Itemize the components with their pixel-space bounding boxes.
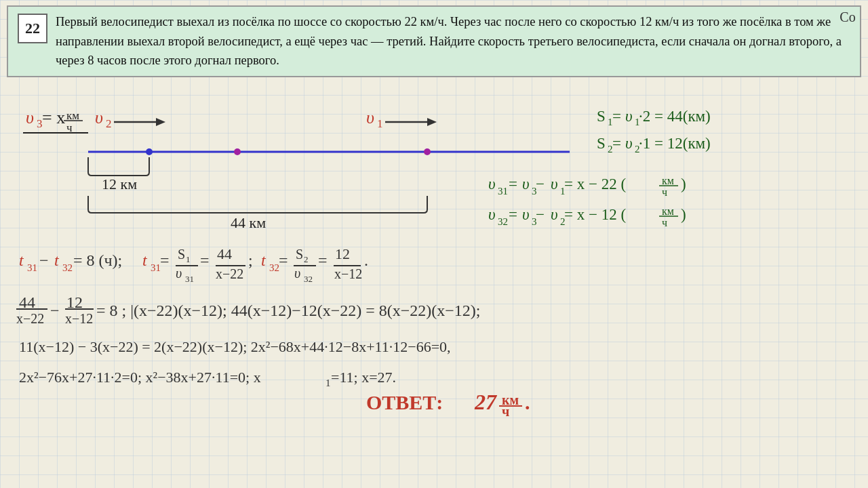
svg-text:12 км: 12 км [102, 176, 137, 192]
svg-text:t: t [54, 251, 60, 269]
svg-text:2: 2 [106, 117, 112, 130]
svg-text:=: = [509, 176, 517, 192]
svg-point-30 [424, 148, 431, 155]
svg-text:x−12: x−12 [65, 311, 93, 326]
svg-text:x−12: x−12 [334, 266, 362, 281]
svg-text:44: 44 [217, 245, 232, 262]
svg-text:=11;  x=27.: =11; x=27. [331, 369, 396, 386]
svg-text:32: 32 [498, 216, 508, 227]
svg-text:υ: υ [95, 108, 103, 127]
svg-text:= x − 12 (: = x − 12 ( [564, 206, 626, 223]
svg-text:υ: υ [294, 266, 300, 281]
svg-text:S: S [178, 247, 185, 262]
svg-text:32: 32 [269, 262, 279, 273]
solution-area: υ 3 = x км ч υ 2 υ 1 [0, 81, 868, 419]
svg-point-28 [146, 148, 153, 155]
svg-text:t: t [142, 251, 148, 269]
svg-text:=: = [200, 251, 210, 269]
svg-text:.: . [525, 391, 530, 413]
svg-text:31: 31 [151, 262, 161, 273]
svg-text:υ: υ [625, 135, 633, 152]
svg-text:= x − 22 (: = x − 22 ( [564, 176, 626, 192]
svg-text:;: ; [248, 251, 253, 269]
svg-text:=: = [318, 251, 328, 269]
svg-marker-14 [427, 118, 437, 126]
svg-text:υ: υ [551, 206, 558, 223]
svg-text:км: км [662, 205, 674, 217]
content-area: 22 Первый велосипедист выехал из посёлка… [0, 0, 868, 488]
svg-text:=: = [509, 206, 517, 223]
svg-point-29 [234, 148, 241, 155]
svg-text:·2 = 44(км): ·2 = 44(км) [639, 108, 711, 125]
svg-text:11(x−12) − 3(x−22) = 2(x−22)(x: 11(x−12) − 3(x−22) = 2(x−22)(x−12); 2x²−… [19, 338, 451, 355]
svg-text:ч: ч [662, 217, 667, 228]
svg-text:−: − [39, 251, 49, 269]
svg-text:31: 31 [185, 274, 194, 284]
svg-text:ч: ч [502, 404, 509, 416]
svg-text:12: 12 [335, 245, 350, 262]
svg-text:31: 31 [498, 186, 508, 197]
svg-text:υ: υ [625, 108, 633, 125]
svg-text:υ: υ [26, 108, 34, 127]
svg-text:υ: υ [488, 206, 496, 223]
svg-text:S: S [296, 247, 303, 262]
svg-text:·1 = 12(км): ·1 = 12(км) [639, 135, 711, 152]
svg-text:32: 32 [62, 262, 73, 273]
svg-text:31: 31 [27, 262, 37, 273]
svg-text:1: 1 [377, 117, 383, 130]
svg-text:32: 32 [304, 274, 313, 284]
co-label: Co [840, 9, 855, 25]
svg-text:ч: ч [662, 186, 667, 198]
svg-text:44 км: 44 км [231, 214, 266, 231]
svg-text:x−22: x−22 [16, 311, 44, 326]
svg-text:): ) [681, 176, 686, 192]
svg-text:=: = [160, 251, 170, 269]
svg-text:S: S [597, 135, 606, 152]
svg-text:2: 2 [304, 254, 309, 264]
svg-text:υ: υ [366, 108, 374, 127]
svg-text:υ: υ [176, 266, 182, 281]
svg-text:x−22: x−22 [216, 266, 243, 281]
svg-text:1: 1 [186, 254, 191, 264]
svg-text:ОТВЕТ:: ОТВЕТ: [366, 391, 443, 413]
svg-text:=: = [612, 108, 621, 125]
top-bar-label: Co [827, 0, 868, 34]
solution-svg: υ 3 = x км ч υ 2 υ 1 [7, 84, 861, 416]
svg-text:2x²−76x+27·11·2=0;  x²−38x+27·: 2x²−76x+27·11·2=0; x²−38x+27·11=0; x [19, 369, 261, 386]
svg-text:): ) [681, 206, 686, 223]
svg-text:=: = [612, 135, 621, 152]
svg-text:t: t [19, 251, 24, 269]
svg-text:км: км [66, 109, 79, 122]
svg-text:−: − [536, 206, 545, 223]
problem-box: 22 Первый велосипедист выехал из посёлка… [7, 5, 861, 77]
svg-text:1: 1 [326, 378, 331, 388]
svg-text:υ: υ [522, 176, 530, 192]
svg-text:= 8 (ч);: = 8 (ч); [73, 251, 122, 269]
svg-text:км: км [662, 175, 674, 186]
svg-text:27: 27 [474, 390, 498, 414]
problem-text: Первый велосипедист выехал из посёлка по… [56, 12, 850, 70]
svg-text:−: − [536, 176, 545, 192]
svg-text:−: − [50, 302, 60, 319]
svg-text:υ: υ [551, 176, 558, 192]
svg-text:υ: υ [488, 176, 496, 192]
svg-text:.: . [364, 251, 368, 269]
problem-number: 22 [18, 14, 47, 43]
svg-text:= x: = x [42, 108, 65, 127]
svg-marker-10 [156, 118, 165, 126]
page-container: Co 22 Первый велосипедист выехал из посё… [0, 0, 868, 488]
svg-text:S: S [597, 108, 606, 125]
svg-text:= 8 ; |(x−22)(x−12);  44(x−12): = 8 ; |(x−22)(x−12); 44(x−12)−12(x−22) =… [96, 302, 481, 319]
svg-text:t: t [261, 251, 267, 269]
svg-text:=: = [279, 251, 288, 269]
svg-text:υ: υ [522, 206, 530, 223]
